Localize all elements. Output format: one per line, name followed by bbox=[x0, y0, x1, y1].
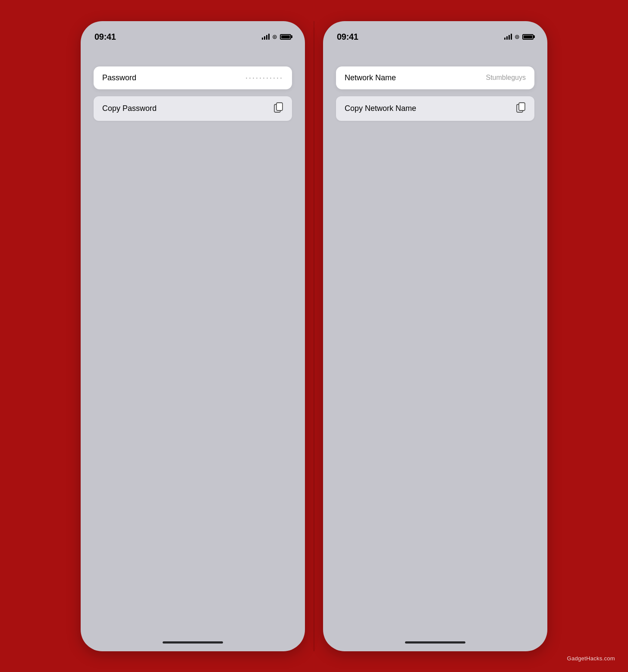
network-name-label: Network Name bbox=[345, 73, 396, 82]
signal-bar-r2 bbox=[506, 36, 508, 40]
watermark: GadgetHacks.com bbox=[567, 655, 615, 662]
status-bar-left: 09:41 ⊛ bbox=[81, 21, 305, 45]
phone-right: 09:41 ⊛ Network Name Stumbleguys bbox=[323, 21, 547, 651]
signal-icon-left bbox=[262, 34, 270, 40]
home-indicator-left bbox=[163, 641, 223, 644]
home-indicator-right bbox=[405, 641, 465, 644]
network-name-value: Stumbleguys bbox=[486, 74, 526, 82]
battery-icon-left bbox=[280, 34, 291, 40]
password-value-dots: ··········· bbox=[245, 73, 283, 82]
signal-icon-right bbox=[504, 34, 512, 40]
signal-bar-1 bbox=[262, 38, 263, 40]
signal-bar-r3 bbox=[509, 35, 510, 40]
status-icons-right: ⊛ bbox=[504, 33, 534, 40]
svg-rect-3 bbox=[519, 103, 525, 110]
password-label: Password bbox=[102, 73, 136, 82]
password-field: Password ··········· bbox=[94, 66, 292, 89]
phone-left: 09:41 ⊛ Password ··········· bbox=[81, 21, 305, 651]
svg-rect-1 bbox=[276, 103, 283, 110]
wifi-icon-left: ⊛ bbox=[272, 33, 277, 40]
status-bar-right: 09:41 ⊛ bbox=[323, 21, 547, 45]
signal-bar-r1 bbox=[504, 38, 506, 40]
time-right: 09:41 bbox=[337, 32, 358, 42]
status-icons-left: ⊛ bbox=[262, 33, 291, 40]
copy-password-label: Copy Password bbox=[102, 104, 157, 113]
wifi-icon-right: ⊛ bbox=[515, 33, 520, 40]
phone-divider bbox=[314, 21, 314, 651]
copy-network-name-label: Copy Network Name bbox=[345, 104, 416, 113]
network-name-field: Network Name Stumbleguys bbox=[336, 66, 534, 89]
battery-fill-left bbox=[281, 35, 290, 38]
copy-network-name-icon bbox=[516, 102, 526, 115]
phone-content-left: Password ··········· Copy Password bbox=[81, 58, 305, 129]
copy-password-icon bbox=[274, 102, 283, 115]
signal-bar-2 bbox=[264, 36, 265, 40]
copy-password-button[interactable]: Copy Password bbox=[94, 96, 292, 121]
copy-network-name-button[interactable]: Copy Network Name bbox=[336, 96, 534, 121]
main-container: 09:41 ⊛ Password ··········· bbox=[0, 0, 628, 672]
phone-content-right: Network Name Stumbleguys Copy Network Na… bbox=[323, 58, 547, 129]
time-left: 09:41 bbox=[94, 32, 116, 42]
battery-icon-right bbox=[522, 34, 534, 40]
signal-bar-r4 bbox=[511, 34, 512, 40]
signal-bar-3 bbox=[266, 35, 267, 40]
signal-bar-4 bbox=[268, 34, 270, 40]
battery-fill-right bbox=[524, 35, 532, 38]
